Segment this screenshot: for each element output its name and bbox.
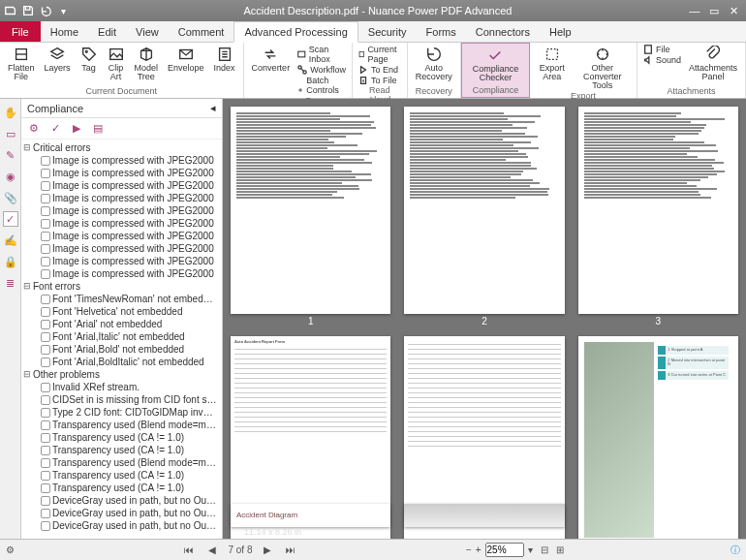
to-file-button[interactable]: To File (358, 76, 401, 85)
security-tool-icon[interactable]: 🔒 (3, 254, 18, 269)
signature-tool-icon[interactable]: ✍ (3, 233, 18, 248)
page-thumbnail-7[interactable]: Accident Diagram (231, 504, 390, 527)
zoom-dropdown-icon[interactable]: ▾ (528, 544, 533, 555)
tree-item[interactable]: Font 'Helvetica' not embedded (21, 305, 222, 318)
comment-tool-icon[interactable]: ✎ (3, 147, 18, 163)
info-icon[interactable]: ⓘ (730, 544, 740, 557)
scan-inbox-button[interactable]: Scan Inbox (297, 45, 346, 64)
panel-report-icon[interactable]: ▤ (89, 120, 107, 138)
tab-security[interactable]: Security (358, 21, 417, 42)
status-options-icon[interactable]: ⚙ (6, 544, 15, 555)
qat-undo-icon[interactable] (39, 4, 52, 17)
maximize-button[interactable]: ▭ (705, 5, 723, 17)
to-end-button[interactable]: To End (358, 65, 401, 75)
tree-item[interactable]: CIDSet in is missing from CID font subse… (21, 393, 222, 406)
tab-home[interactable]: Home (41, 21, 88, 42)
flatten-file-button[interactable]: Flatten File (6, 45, 37, 82)
stamp-tool-icon[interactable]: ◉ (3, 169, 18, 184)
tree-item[interactable]: Image is compressed with JPEG2000 (21, 255, 222, 267)
select-tool-icon[interactable]: ▭ (3, 126, 18, 141)
model-tree-button[interactable]: Model Tree (133, 45, 161, 82)
qat-open-icon[interactable] (4, 4, 17, 17)
export-area-button[interactable]: Export Area (536, 45, 568, 82)
panel-check-icon[interactable]: ✓ (47, 120, 64, 138)
tab-comment[interactable]: Comment (169, 21, 234, 42)
fit-width-icon[interactable]: ⊟ (541, 544, 548, 555)
tree-item[interactable]: Image is compressed with JPEG2000 (21, 204, 222, 217)
tab-forms[interactable]: Forms (417, 21, 466, 42)
layers-button[interactable]: Layers (43, 45, 73, 74)
tab-advanced-processing[interactable]: Advanced Processing (233, 21, 357, 43)
tree-item[interactable]: Transparency used (CA != 1.0) (21, 444, 222, 456)
tab-connectors[interactable]: Connectors (466, 21, 540, 42)
tree-item[interactable]: Font 'Arial' not embedded (21, 318, 222, 330)
panel-run-icon[interactable]: ▶ (68, 120, 85, 138)
compliance-panel-icon[interactable]: ✓ (3, 211, 18, 227)
last-page-button[interactable]: ⏭ (283, 544, 298, 555)
tree-item[interactable]: Font 'Arial,BoldItalic' not embedded (21, 356, 222, 368)
tree-item[interactable]: Image is compressed with JPEG2000 (21, 267, 222, 280)
page-thumbnail-8[interactable] (404, 504, 564, 527)
tree-item[interactable]: Image is compressed with JPEG2000 (21, 242, 222, 255)
minimize-button[interactable]: — (686, 5, 703, 17)
tree-item[interactable]: Image is compressed with JPEG2000 (21, 179, 222, 192)
auto-recovery-button[interactable]: Auto Recovery (414, 45, 454, 82)
tree-item[interactable]: Transparency used (CA != 1.0) (21, 469, 222, 482)
tag-button[interactable]: Tag (78, 45, 100, 74)
tab-help[interactable]: Help (540, 21, 581, 42)
envelope-button[interactable]: Envelope (166, 45, 206, 74)
document-area[interactable]: 123Auto Accident Report Form451 Stopped … (223, 99, 746, 539)
tree-item[interactable]: DeviceGray used in path, but no OutputIn… (21, 519, 222, 532)
tree-item[interactable]: Transparency used (Blend mode=multiply) (21, 419, 222, 431)
tab-edit[interactable]: Edit (88, 21, 126, 42)
page-thumbnail-3[interactable] (578, 107, 738, 314)
tree-item[interactable]: Type 2 CID font: CIDToGIDMap invalid or … (21, 406, 222, 419)
attach-file-button[interactable]: File (643, 45, 681, 54)
qat-more-icon[interactable]: ▾ (56, 4, 70, 17)
prev-page-button[interactable]: ◀ (204, 544, 220, 555)
zoom-in-button[interactable]: + (476, 544, 482, 555)
attachment-tool-icon[interactable]: 📎 (3, 190, 18, 205)
close-button[interactable]: ✕ (725, 5, 742, 17)
tree-item[interactable]: Image is compressed with JPEG2000 (21, 154, 222, 167)
panel-collapse-icon[interactable]: ◂ (210, 102, 216, 114)
first-page-button[interactable]: ⏮ (181, 544, 197, 555)
zoom-out-button[interactable]: − (466, 544, 472, 555)
tree-item[interactable]: Image is compressed with JPEG2000 (21, 192, 222, 204)
tree-item[interactable]: Font 'TimesNewRoman' not embedded (21, 293, 222, 305)
tree-item[interactable]: Transparency used (Blend mode=multiply) (21, 456, 222, 469)
tree-item[interactable]: Transparency used (CA != 1.0) (21, 431, 222, 444)
tab-file[interactable]: File (0, 21, 41, 42)
zoom-input[interactable] (485, 543, 524, 557)
tree-item[interactable]: DeviceGray used in path, but no OutputIn… (21, 507, 222, 519)
tree-item[interactable]: Image is compressed with JPEG2000 (21, 230, 222, 242)
layers-tool-icon[interactable]: ≣ (3, 275, 18, 291)
clip-art-button[interactable]: Clip Art (106, 45, 127, 82)
index-button[interactable]: Index (212, 45, 237, 74)
attachments-panel-button[interactable]: Attachments Panel (687, 45, 739, 82)
tree-group[interactable]: Critical errors (21, 141, 222, 154)
workflow-button[interactable]: Workflow (297, 65, 346, 75)
panel-options-icon[interactable]: ⚙ (25, 120, 43, 138)
compliance-tree[interactable]: Critical errorsImage is compressed with … (21, 140, 222, 539)
other-converter-tools-button[interactable]: Other Converter Tools (574, 45, 631, 91)
fit-page-icon[interactable]: ⊞ (556, 544, 564, 555)
tree-item[interactable]: Transparency used (CA != 1.0) (21, 482, 222, 494)
next-page-button[interactable]: ▶ (260, 544, 275, 555)
attach-sound-button[interactable]: Sound (643, 55, 681, 65)
current-page-button[interactable]: Current Page (358, 45, 401, 64)
tree-item[interactable]: Image is compressed with JPEG2000 (21, 217, 222, 230)
tree-group[interactable]: Font errors (21, 280, 222, 293)
qat-save-icon[interactable] (21, 4, 35, 17)
tree-group[interactable]: Other problems (21, 368, 222, 381)
tree-item[interactable]: DeviceGray used in path, but no OutputIn… (21, 494, 222, 507)
compliance-checker-button[interactable]: Compliance Checker (468, 46, 523, 83)
tree-item[interactable]: Font 'Arial,Bold' not embedded (21, 343, 222, 356)
tree-item[interactable]: Font 'Arial,Italic' not embedded (21, 330, 222, 343)
tree-item[interactable]: Invalid XRef stream. (21, 381, 222, 393)
converter-button[interactable]: Converter (250, 45, 293, 74)
tab-view[interactable]: View (126, 21, 169, 42)
page-thumbnail-2[interactable] (404, 107, 564, 314)
tree-item[interactable]: Image is compressed with JPEG2000 (21, 167, 222, 179)
hand-tool-icon[interactable]: ✋ (3, 105, 18, 120)
